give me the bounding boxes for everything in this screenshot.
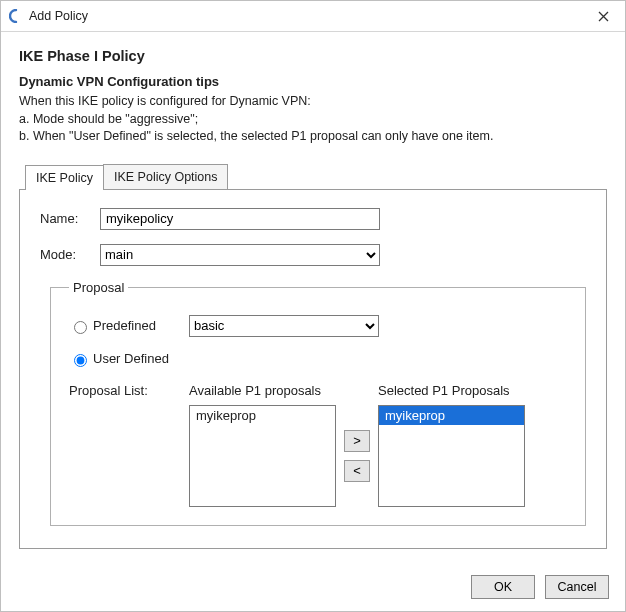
predefined-radio[interactable] (74, 321, 87, 334)
mode-label: Mode: (40, 247, 100, 262)
proposal-group: Proposal Predefined basic Us (50, 280, 586, 526)
close-icon (598, 11, 609, 22)
close-button[interactable] (581, 1, 625, 31)
title-bar: Add Policy (1, 1, 625, 32)
selected-item[interactable]: myikeprop (379, 406, 524, 425)
tab-ike-policy[interactable]: IKE Policy (25, 165, 104, 190)
mode-select[interactable]: main (100, 244, 380, 266)
tips-line: b. When "User Defined" is selected, the … (19, 128, 607, 146)
proposal-list-label: Proposal List: (69, 383, 189, 507)
tips-line: When this IKE policy is configured for D… (19, 93, 607, 111)
window-title: Add Policy (29, 9, 88, 23)
cancel-button[interactable]: Cancel (545, 575, 609, 599)
dialog-footer: OK Cancel (471, 575, 609, 599)
name-input[interactable] (100, 208, 380, 230)
page-title: IKE Phase I Policy (19, 48, 607, 64)
dialog-window: Add Policy IKE Phase I Policy Dynamic VP… (0, 0, 626, 612)
predefined-label: Predefined (93, 318, 156, 333)
tabs: IKE Policy IKE Policy Options Name: Mode… (19, 164, 607, 549)
userdefined-radio-row[interactable]: User Defined (69, 351, 189, 367)
selected-title: Selected P1 Proposals (378, 383, 510, 399)
userdefined-label: User Defined (93, 351, 169, 366)
ok-button[interactable]: OK (471, 575, 535, 599)
move-right-button[interactable]: > (344, 430, 370, 452)
dialog-content: IKE Phase I Policy Dynamic VPN Configura… (1, 32, 625, 557)
selected-listbox[interactable]: myikeprop (378, 405, 525, 507)
move-left-button[interactable]: < (344, 460, 370, 482)
tips-body: When this IKE policy is configured for D… (19, 93, 607, 146)
tips-line: a. Mode should be "aggressive"; (19, 111, 607, 129)
proposal-legend: Proposal (69, 280, 128, 295)
tab-ike-policy-options[interactable]: IKE Policy Options (103, 164, 229, 189)
tab-strip: IKE Policy IKE Policy Options (25, 164, 607, 189)
tab-panel: Name: Mode: main Proposal Predefined (19, 189, 607, 549)
app-icon (9, 9, 23, 23)
available-item[interactable]: myikeprop (190, 406, 335, 425)
tips-title: Dynamic VPN Configuration tips (19, 74, 607, 89)
predefined-select[interactable]: basic (189, 315, 379, 337)
available-title: Available P1 proposals (189, 383, 321, 399)
userdefined-radio[interactable] (74, 354, 87, 367)
predefined-radio-row[interactable]: Predefined (69, 318, 189, 334)
name-label: Name: (40, 211, 100, 226)
available-listbox[interactable]: myikeprop (189, 405, 336, 507)
